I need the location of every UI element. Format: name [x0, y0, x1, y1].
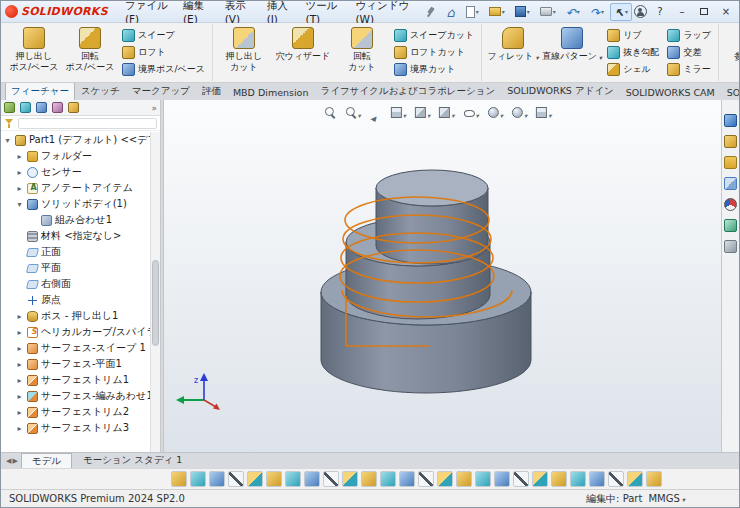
fillet-button[interactable]: フィレット: [485, 24, 541, 81]
sketch-icon[interactable]: [171, 471, 187, 487]
expand-arrow-icon[interactable]: ▸: [15, 312, 24, 321]
extrude-cut-button[interactable]: 押し出し カット: [216, 24, 272, 81]
loft-button[interactable]: ロフト: [120, 45, 207, 59]
centerpoint-arc-icon[interactable]: [266, 471, 282, 487]
smart-dimension-icon[interactable]: [190, 471, 206, 487]
section-view-icon[interactable]: [391, 103, 406, 122]
tree-item[interactable]: ▸ ヘリカルカーブ/スパイラルカーブ 1: [1, 324, 160, 340]
command-tab[interactable]: SOLIDWORKS CAM: [620, 84, 721, 100]
corner-rectangle-icon[interactable]: [228, 471, 244, 487]
pin-icon[interactable]: [426, 6, 434, 18]
expand-arrow-icon[interactable]: ▸: [15, 168, 24, 177]
command-tab[interactable]: SOLIDWORKS CAM TBM: [721, 84, 739, 100]
linear-pattern-button[interactable]: 直線パターン: [541, 24, 603, 81]
display-relations-icon[interactable]: [570, 471, 586, 487]
new-document-icon[interactable]: [462, 3, 483, 21]
undo-icon[interactable]: [562, 3, 584, 21]
circle-icon[interactable]: [247, 471, 263, 487]
repair-sketch-icon[interactable]: [608, 471, 624, 487]
point-icon[interactable]: [399, 471, 415, 487]
command-tab[interactable]: ライフサイクルおよびコラボレーション: [314, 83, 501, 100]
command-tab[interactable]: フィーチャー: [5, 83, 75, 100]
rapid-sketch-icon[interactable]: [646, 471, 662, 487]
move-entities-icon[interactable]: [551, 471, 567, 487]
model-tab[interactable]: モーション スタディ 1: [72, 453, 193, 468]
redo-icon[interactable]: [586, 3, 608, 21]
expand-arrow-icon[interactable]: ▸: [15, 360, 24, 369]
mirror-button[interactable]: ミラー: [665, 62, 713, 76]
tree-scrollbar[interactable]: [150, 132, 160, 452]
expand-arrow-icon[interactable]: ▾: [3, 136, 12, 145]
tree-item[interactable]: ▸ サーフェストリム1: [1, 372, 160, 388]
boundary-cut-button[interactable]: 境界カット: [392, 62, 476, 76]
tree-item[interactable]: 平面: [1, 260, 160, 276]
hide-show-items-icon[interactable]: [463, 103, 478, 122]
sweep-button[interactable]: スイープ: [120, 28, 207, 42]
top-top-face[interactable]: [376, 170, 488, 206]
centerline-icon[interactable]: [437, 471, 453, 487]
expand-arrow-icon[interactable]: ▸: [15, 424, 24, 433]
command-tab[interactable]: SOLIDWORKS アドイン: [501, 83, 620, 100]
tree-item[interactable]: ▸ センサー: [1, 164, 160, 180]
trim-entities-icon[interactable]: [456, 471, 472, 487]
hole-wizard-button[interactable]: 穴ウィザード: [272, 24, 334, 81]
draft-button[interactable]: 抜き勾配: [605, 45, 661, 59]
zoom-area-icon[interactable]: [345, 103, 360, 122]
loft-cut-button[interactable]: ロフトカット: [392, 45, 476, 59]
tree-item[interactable]: ▾ ソリッドボディ(1): [1, 196, 160, 212]
wrap-button[interactable]: ラップ: [665, 28, 713, 42]
expand-arrow-icon[interactable]: ▸: [15, 152, 24, 161]
view-settings-icon[interactable]: [536, 103, 551, 122]
solidworks-resources-icon[interactable]: [724, 114, 737, 127]
displaymanager-icon[interactable]: [68, 102, 79, 113]
panel-chevron-icon[interactable]: »: [151, 103, 157, 113]
expand-arrow-icon[interactable]: ▸: [15, 392, 24, 401]
help-button[interactable]: ?: [651, 4, 669, 20]
graphics-viewport[interactable]: z: [164, 100, 721, 452]
tree-item[interactable]: ▾ Part1 (デフォルト) <<デフォルト>_表示状: [1, 132, 160, 148]
expand-arrow-icon[interactable]: ▸: [15, 328, 24, 337]
featuremanager-design-tree-icon[interactable]: [4, 102, 15, 113]
ellipse-icon[interactable]: [361, 471, 377, 487]
print-icon[interactable]: [536, 3, 560, 21]
previous-view-icon[interactable]: [370, 107, 382, 118]
design-library-icon[interactable]: [724, 135, 737, 148]
tree-item[interactable]: ▸ サーフェス-スイープ 1: [1, 340, 160, 356]
filter-funnel-icon[interactable]: [4, 118, 15, 129]
command-tab[interactable]: MBD Dimension: [227, 84, 315, 100]
sweep-cut-button[interactable]: スイープカット: [392, 28, 476, 42]
expand-arrow-icon[interactable]: ▸: [15, 184, 24, 193]
polygon-icon[interactable]: [323, 471, 339, 487]
tree-item[interactable]: ▸ サーフェストリム2: [1, 404, 160, 420]
tree-item[interactable]: ▸ サーフェス-平面1: [1, 356, 160, 372]
tree-item[interactable]: ▸ サーフェストリム3: [1, 420, 160, 436]
add-relation-icon[interactable]: [589, 471, 605, 487]
select-arrow-icon[interactable]: [610, 3, 632, 21]
viewport-canvas[interactable]: z: [164, 100, 721, 452]
home-icon[interactable]: [442, 3, 459, 21]
tangent-arc-icon[interactable]: [285, 471, 301, 487]
configurationmanager-icon[interactable]: [36, 102, 47, 113]
apply-scene-icon[interactable]: [512, 103, 527, 122]
command-tab[interactable]: スケッチ: [75, 83, 126, 100]
expand-arrow-icon[interactable]: ▸: [15, 408, 24, 417]
file-explorer-icon[interactable]: [724, 156, 737, 169]
command-tab[interactable]: 評価: [196, 83, 227, 100]
intersect-button[interactable]: 交差: [665, 45, 713, 59]
offset-entities-icon[interactable]: [494, 471, 510, 487]
dimxpertmanager-icon[interactable]: [52, 102, 63, 113]
convert-entities-icon[interactable]: [475, 471, 491, 487]
line-icon[interactable]: [209, 471, 225, 487]
spline-icon[interactable]: [342, 471, 358, 487]
view-palette-icon[interactable]: [724, 177, 737, 190]
mirror-entities-icon[interactable]: [513, 471, 529, 487]
propertymanager-icon[interactable]: [20, 102, 31, 113]
display-style-icon[interactable]: [439, 103, 454, 122]
three-point-arc-icon[interactable]: [304, 471, 320, 487]
custom-properties-icon[interactable]: [724, 219, 737, 232]
rib-button[interactable]: リブ: [605, 28, 661, 42]
text-icon[interactable]: [418, 471, 434, 487]
view-orientation-icon[interactable]: [415, 103, 430, 122]
tree-item[interactable]: ▸ アノテートアイテム: [1, 180, 160, 196]
solidworks-cam-icon[interactable]: [724, 240, 737, 253]
